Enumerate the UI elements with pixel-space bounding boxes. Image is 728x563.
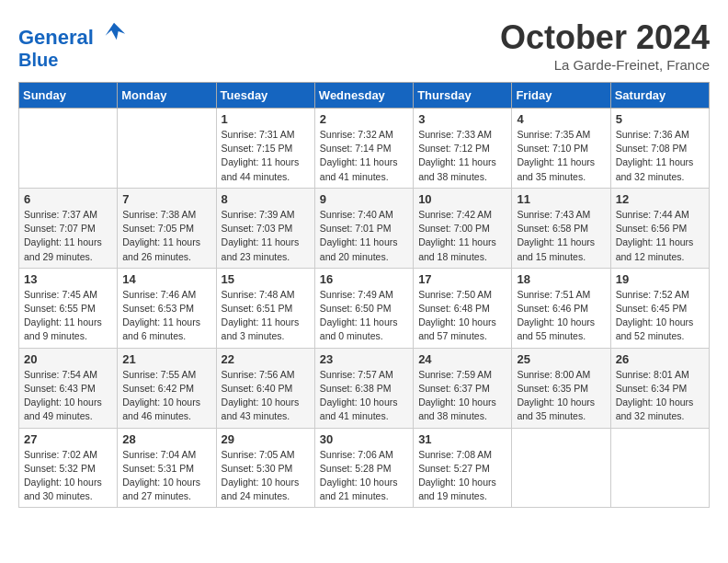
day-number: 11 <box>517 192 605 206</box>
day-info: Sunrise: 7:59 AM Sunset: 6:37 PM Dayligh… <box>418 368 506 424</box>
day-info: Sunrise: 7:05 AM Sunset: 5:30 PM Dayligh… <box>222 448 310 504</box>
day-cell: 23Sunrise: 7:57 AM Sunset: 6:38 PM Dayli… <box>314 348 413 428</box>
day-info: Sunrise: 7:55 AM Sunset: 6:42 PM Dayligh… <box>122 368 210 424</box>
day-cell: 25Sunrise: 8:00 AM Sunset: 6:35 PM Dayli… <box>512 348 610 428</box>
day-cell: 13Sunrise: 7:45 AM Sunset: 6:55 PM Dayli… <box>19 268 118 348</box>
svg-marker-0 <box>106 23 125 40</box>
day-cell: 19Sunrise: 7:52 AM Sunset: 6:45 PM Dayli… <box>610 268 709 348</box>
col-header-wednesday: Wednesday <box>314 83 413 109</box>
day-info: Sunrise: 7:44 AM Sunset: 6:56 PM Dayligh… <box>616 208 704 264</box>
day-info: Sunrise: 7:39 AM Sunset: 7:03 PM Dayligh… <box>222 208 310 264</box>
day-cell: 18Sunrise: 7:51 AM Sunset: 6:46 PM Dayli… <box>512 268 610 348</box>
logo-bird-icon <box>101 18 127 44</box>
day-number: 3 <box>418 112 506 126</box>
week-row-3: 13Sunrise: 7:45 AM Sunset: 6:55 PM Dayli… <box>19 268 710 348</box>
day-cell <box>19 109 118 189</box>
day-cell: 5Sunrise: 7:36 AM Sunset: 7:08 PM Daylig… <box>610 109 709 189</box>
col-header-friday: Friday <box>512 83 610 109</box>
col-header-monday: Monday <box>118 83 216 109</box>
logo-general: General <box>18 26 94 49</box>
title-block: October 2024 La Garde-Freinet, France <box>500 18 710 73</box>
day-cell: 11Sunrise: 7:43 AM Sunset: 6:58 PM Dayli… <box>512 188 610 268</box>
day-cell: 26Sunrise: 8:01 AM Sunset: 6:34 PM Dayli… <box>610 348 709 428</box>
week-row-2: 6Sunrise: 7:37 AM Sunset: 7:07 PM Daylig… <box>19 188 710 268</box>
day-number: 13 <box>24 272 112 286</box>
day-number: 25 <box>517 352 605 366</box>
day-number: 1 <box>222 112 310 126</box>
day-number: 14 <box>122 272 210 286</box>
calendar-table: SundayMondayTuesdayWednesdayThursdayFrid… <box>18 82 710 508</box>
day-info: Sunrise: 7:08 AM Sunset: 5:27 PM Dayligh… <box>418 448 506 504</box>
day-cell: 22Sunrise: 7:56 AM Sunset: 6:40 PM Dayli… <box>216 348 314 428</box>
day-info: Sunrise: 7:40 AM Sunset: 7:01 PM Dayligh… <box>320 208 408 264</box>
calendar-header: SundayMondayTuesdayWednesdayThursdayFrid… <box>19 83 710 109</box>
day-cell <box>118 109 216 189</box>
day-cell: 21Sunrise: 7:55 AM Sunset: 6:42 PM Dayli… <box>118 348 216 428</box>
day-info: Sunrise: 7:06 AM Sunset: 5:28 PM Dayligh… <box>320 448 408 504</box>
col-header-thursday: Thursday <box>414 83 512 109</box>
day-number: 26 <box>616 352 704 366</box>
day-cell: 8Sunrise: 7:39 AM Sunset: 7:03 PM Daylig… <box>216 188 314 268</box>
day-number: 15 <box>222 272 310 286</box>
day-cell: 6Sunrise: 7:37 AM Sunset: 7:07 PM Daylig… <box>19 188 118 268</box>
day-info: Sunrise: 7:51 AM Sunset: 6:46 PM Dayligh… <box>517 288 605 344</box>
day-number: 22 <box>222 352 310 366</box>
day-cell: 12Sunrise: 7:44 AM Sunset: 6:56 PM Dayli… <box>610 188 709 268</box>
day-number: 31 <box>418 432 506 446</box>
day-cell: 31Sunrise: 7:08 AM Sunset: 5:27 PM Dayli… <box>414 428 512 508</box>
day-number: 9 <box>320 192 408 206</box>
header-row: SundayMondayTuesdayWednesdayThursdayFrid… <box>19 83 710 109</box>
day-number: 4 <box>517 112 605 126</box>
day-number: 8 <box>222 192 310 206</box>
day-number: 19 <box>616 272 704 286</box>
day-number: 10 <box>418 192 506 206</box>
day-cell: 24Sunrise: 7:59 AM Sunset: 6:37 PM Dayli… <box>414 348 512 428</box>
day-number: 16 <box>320 272 408 286</box>
day-number: 21 <box>122 352 210 366</box>
col-header-sunday: Sunday <box>19 83 118 109</box>
day-info: Sunrise: 7:36 AM Sunset: 7:08 PM Dayligh… <box>616 128 704 184</box>
week-row-1: 1Sunrise: 7:31 AM Sunset: 7:15 PM Daylig… <box>19 109 710 189</box>
day-cell: 14Sunrise: 7:46 AM Sunset: 6:53 PM Dayli… <box>118 268 216 348</box>
day-info: Sunrise: 7:57 AM Sunset: 6:38 PM Dayligh… <box>320 368 408 424</box>
day-cell: 4Sunrise: 7:35 AM Sunset: 7:10 PM Daylig… <box>512 109 610 189</box>
day-info: Sunrise: 7:33 AM Sunset: 7:12 PM Dayligh… <box>418 128 506 184</box>
logo: General Blue <box>18 18 127 71</box>
day-info: Sunrise: 7:42 AM Sunset: 7:00 PM Dayligh… <box>418 208 506 264</box>
day-cell: 28Sunrise: 7:04 AM Sunset: 5:31 PM Dayli… <box>118 428 216 508</box>
day-number: 5 <box>616 112 704 126</box>
day-cell: 29Sunrise: 7:05 AM Sunset: 5:30 PM Dayli… <box>216 428 314 508</box>
day-info: Sunrise: 7:52 AM Sunset: 6:45 PM Dayligh… <box>616 288 704 344</box>
month-title: October 2024 <box>500 18 710 57</box>
day-info: Sunrise: 7:35 AM Sunset: 7:10 PM Dayligh… <box>517 128 605 184</box>
day-info: Sunrise: 7:49 AM Sunset: 6:50 PM Dayligh… <box>320 288 408 344</box>
day-info: Sunrise: 7:43 AM Sunset: 6:58 PM Dayligh… <box>517 208 605 264</box>
day-info: Sunrise: 7:46 AM Sunset: 6:53 PM Dayligh… <box>122 288 210 344</box>
day-number: 12 <box>616 192 704 206</box>
day-info: Sunrise: 7:38 AM Sunset: 7:05 PM Dayligh… <box>122 208 210 264</box>
day-number: 30 <box>320 432 408 446</box>
day-cell: 9Sunrise: 7:40 AM Sunset: 7:01 PM Daylig… <box>314 188 413 268</box>
day-info: Sunrise: 7:37 AM Sunset: 7:07 PM Dayligh… <box>24 208 112 264</box>
day-cell: 3Sunrise: 7:33 AM Sunset: 7:12 PM Daylig… <box>414 109 512 189</box>
col-header-tuesday: Tuesday <box>216 83 314 109</box>
day-cell <box>610 428 709 508</box>
day-info: Sunrise: 8:00 AM Sunset: 6:35 PM Dayligh… <box>517 368 605 424</box>
day-info: Sunrise: 7:50 AM Sunset: 6:48 PM Dayligh… <box>418 288 506 344</box>
day-cell: 15Sunrise: 7:48 AM Sunset: 6:51 PM Dayli… <box>216 268 314 348</box>
week-row-4: 20Sunrise: 7:54 AM Sunset: 6:43 PM Dayli… <box>19 348 710 428</box>
day-number: 7 <box>122 192 210 206</box>
day-number: 2 <box>320 112 408 126</box>
day-info: Sunrise: 8:01 AM Sunset: 6:34 PM Dayligh… <box>616 368 704 424</box>
day-number: 17 <box>418 272 506 286</box>
day-info: Sunrise: 7:48 AM Sunset: 6:51 PM Dayligh… <box>222 288 310 344</box>
location: La Garde-Freinet, France <box>500 57 710 73</box>
col-header-saturday: Saturday <box>610 83 709 109</box>
day-cell: 17Sunrise: 7:50 AM Sunset: 6:48 PM Dayli… <box>414 268 512 348</box>
day-cell: 20Sunrise: 7:54 AM Sunset: 6:43 PM Dayli… <box>19 348 118 428</box>
day-number: 20 <box>24 352 112 366</box>
day-cell: 16Sunrise: 7:49 AM Sunset: 6:50 PM Dayli… <box>314 268 413 348</box>
day-number: 18 <box>517 272 605 286</box>
page-header: General Blue October 2024 La Garde-Frein… <box>18 18 710 73</box>
day-number: 23 <box>320 352 408 366</box>
